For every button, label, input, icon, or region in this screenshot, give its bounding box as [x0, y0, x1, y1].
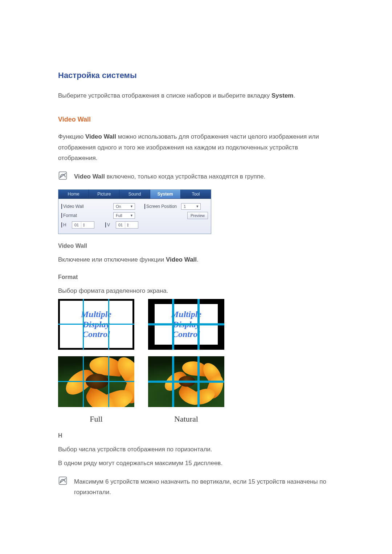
illustration-natural-mdc: Multiple Display Control: [148, 299, 224, 350]
mdc-line: Control: [172, 329, 200, 340]
spinner-value: 01: [74, 223, 79, 227]
tab-picture[interactable]: Picture: [89, 190, 119, 198]
note-h-max: Максимум 6 устройств можно назначить по …: [74, 477, 334, 498]
note-icon: [58, 171, 68, 180]
mdc-line: Control: [82, 329, 110, 340]
text-select-devices: Выберите устройства отображения в списке…: [58, 90, 334, 101]
spinner-arrows-icon: ▲▼: [125, 222, 130, 228]
label-screen-position: Screen Position: [144, 204, 177, 209]
label-format: Format: [61, 213, 85, 218]
tab-tool[interactable]: Tool: [181, 190, 211, 198]
text-part: Выберите устройства отображения в списке…: [58, 92, 271, 99]
bold-video-wall: Video Wall: [74, 173, 105, 180]
text-part: включено, только когда устройства находя…: [105, 173, 265, 180]
spinner-v[interactable]: 01 ▲▼: [116, 221, 138, 229]
heading-system-setup: Настройка системы: [58, 71, 334, 80]
bold-system: System: [271, 92, 293, 99]
caption-natural: Natural: [174, 414, 198, 424]
subheading-format: Format: [58, 274, 334, 280]
format-illustrations: Multiple Display Control: [58, 299, 334, 424]
text-h-desc: Выбор числа устройств отображения по гор…: [58, 444, 334, 455]
dropdown-video-wall[interactable]: On ▼: [113, 203, 135, 210]
subheading-video-wall: Video Wall: [58, 243, 334, 249]
tab-bar: Home Picture Sound System Tool: [58, 190, 211, 199]
spinner-h[interactable]: 01 ▲▼: [72, 221, 94, 229]
dropdown-value: Full: [116, 213, 122, 218]
dropdown-value: On: [116, 204, 121, 209]
text-format-choose: Выбор формата разделенного экрана.: [58, 286, 334, 296]
text-part: Включение или отключение функции: [58, 256, 166, 263]
caption-full: Full: [90, 414, 102, 424]
bold-video-wall: Video Wall: [85, 133, 116, 140]
illustration-full-flower: [58, 356, 134, 407]
dropdown-screen-position[interactable]: 1 ▼: [181, 203, 201, 210]
dropdown-format[interactable]: Full ▼: [113, 212, 135, 219]
preview-button[interactable]: Preview: [187, 212, 208, 219]
tab-home[interactable]: Home: [58, 190, 89, 198]
text-vw-enable: Включение или отключение функции Video W…: [58, 254, 334, 265]
label-v: V: [105, 222, 111, 227]
text-h-max-row: В одном ряду могут содержаться максимум …: [58, 458, 334, 469]
system-tab-panel: Home Picture Sound System Tool Video Wal…: [58, 189, 211, 234]
note-vw-group: Video Wall включено, только когда устрой…: [74, 172, 265, 182]
spinner-arrows-icon: ▲▼: [81, 222, 86, 228]
heading-video-wall: Video Wall: [58, 116, 334, 123]
mdc-line: Multiple: [171, 309, 201, 320]
dropdown-value: 1: [184, 204, 186, 209]
chevron-down-icon: ▼: [130, 214, 133, 217]
label-video-wall: Video Wall: [61, 204, 85, 209]
chevron-down-icon: ▼: [130, 205, 133, 208]
text-vw-usage: Функцию Video Wall можно использовать дл…: [58, 131, 334, 164]
bold-video-wall: Video Wall: [166, 256, 197, 263]
text-part: Функцию: [58, 133, 85, 140]
illustration-natural-flower: [148, 356, 224, 407]
spinner-value: 01: [118, 223, 123, 227]
illustration-full-mdc: Multiple Display Control: [58, 299, 134, 350]
tab-sound[interactable]: Sound: [119, 190, 150, 198]
label-h: H: [61, 222, 68, 227]
mdc-line: Multiple: [81, 309, 111, 320]
note-icon: [58, 476, 68, 485]
subheading-h: H: [58, 432, 334, 439]
chevron-down-icon: ▼: [196, 205, 199, 208]
tab-system[interactable]: System: [150, 190, 181, 198]
